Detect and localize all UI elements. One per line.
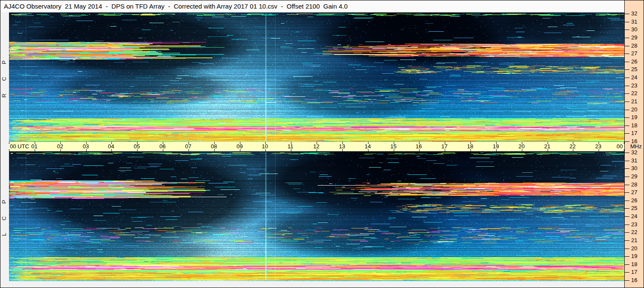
hour-label: 02 bbox=[57, 143, 63, 150]
frequency-tick bbox=[625, 168, 629, 169]
hour-label: 15 bbox=[390, 143, 396, 150]
hour-label: 18 bbox=[467, 143, 473, 150]
frequency-label: 24 bbox=[631, 74, 643, 81]
hour-label: 08 bbox=[211, 143, 217, 150]
frequency-tick bbox=[625, 69, 629, 70]
frequency-tick bbox=[625, 161, 629, 161]
frequency-label: 22 bbox=[631, 90, 643, 97]
hour-label: 01 bbox=[31, 143, 37, 150]
frequency-label: 28 bbox=[631, 181, 643, 188]
frequency-label: 27 bbox=[631, 189, 643, 196]
frequency-label: 31 bbox=[631, 18, 643, 25]
frequency-tick bbox=[625, 54, 629, 54]
frequency-label: 17 bbox=[631, 130, 643, 137]
frequency-tick bbox=[625, 46, 629, 46]
frequency-tick bbox=[625, 201, 629, 201]
frequency-label: 18 bbox=[631, 261, 643, 268]
hour-label: 13 bbox=[339, 143, 345, 150]
frequency-label: 25 bbox=[631, 205, 643, 212]
frequency-label: 21 bbox=[631, 237, 643, 244]
hour-label: 09 bbox=[237, 143, 243, 150]
time-axis: 00 UTC0102030405060708091011121314151617… bbox=[9, 142, 624, 151]
frequency-tick bbox=[625, 102, 629, 102]
frequency-tick bbox=[625, 192, 629, 193]
frequency-label: 28 bbox=[631, 42, 643, 49]
frequency-label: 26 bbox=[631, 197, 643, 204]
frequency-label: 26 bbox=[631, 58, 643, 65]
frequency-tick bbox=[625, 126, 629, 126]
frequency-label: 30 bbox=[631, 165, 643, 172]
frequency-label: 32 bbox=[631, 10, 643, 17]
frequency-tick bbox=[625, 177, 629, 177]
frequency-tick bbox=[625, 78, 629, 78]
frequency-tick bbox=[625, 110, 629, 110]
frequency-label: 27 bbox=[631, 50, 643, 57]
hour-label: 10 bbox=[262, 143, 268, 150]
frequency-tick bbox=[625, 14, 629, 14]
hour-label: 21 bbox=[544, 143, 550, 150]
frequency-label: 30 bbox=[631, 26, 643, 33]
frequency-label: 17 bbox=[631, 269, 643, 276]
hour-label: 05 bbox=[134, 143, 140, 150]
rcp-panel-label: R C P bbox=[1, 46, 9, 106]
frequency-label: 24 bbox=[631, 213, 643, 220]
hour-label: 04 bbox=[108, 143, 114, 150]
frequency-tick bbox=[625, 225, 629, 225]
hour-label: 03 bbox=[83, 143, 89, 150]
hour-label: 06 bbox=[159, 143, 165, 150]
spectrogram-window: AJ4CO Observatory 21 May 2014 - DPS on T… bbox=[0, 0, 644, 288]
lcp-spectrogram-canvas bbox=[9, 151, 624, 281]
frequency-axis-column: MHz 323130292827262524232221201918171632… bbox=[624, 0, 644, 288]
frequency-tick bbox=[625, 62, 629, 62]
frequency-tick bbox=[625, 117, 629, 118]
frequency-label: 25 bbox=[631, 66, 643, 73]
frequency-label: 23 bbox=[631, 221, 643, 228]
frequency-label: 31 bbox=[631, 157, 643, 164]
frequency-tick bbox=[625, 133, 629, 134]
rcp-spectrogram-canvas bbox=[9, 12, 624, 142]
hour-label: 14 bbox=[365, 143, 371, 150]
frequency-tick bbox=[625, 264, 629, 265]
hour-tick bbox=[9, 149, 9, 151]
frequency-label: 23 bbox=[631, 82, 643, 89]
polarization-axis-column: R C P L C P bbox=[0, 12, 9, 288]
frequency-label: 21 bbox=[631, 98, 643, 105]
hour-label: 17 bbox=[441, 143, 447, 150]
time-axis-start-label: 00 UTC bbox=[10, 143, 29, 150]
hour-label: 19 bbox=[493, 143, 499, 150]
bottom-margin bbox=[0, 281, 624, 288]
hour-label: 07 bbox=[185, 143, 191, 150]
hour-label: 22 bbox=[569, 143, 575, 150]
frequency-label: 18 bbox=[631, 122, 643, 129]
hour-label: 11 bbox=[288, 143, 294, 150]
frequency-tick bbox=[625, 208, 629, 209]
frequency-label: 20 bbox=[631, 106, 643, 113]
frequency-tick bbox=[625, 153, 629, 153]
frequency-tick bbox=[625, 216, 629, 217]
hour-label: 20 bbox=[518, 143, 524, 150]
frequency-tick bbox=[625, 86, 629, 86]
frequency-tick bbox=[625, 30, 629, 30]
frequency-tick bbox=[625, 185, 629, 185]
frequency-tick bbox=[625, 38, 629, 38]
frequency-tick bbox=[625, 272, 629, 273]
lcp-panel-label: L C P bbox=[1, 185, 9, 245]
frequency-tick bbox=[625, 141, 629, 142]
frequency-label: 32 bbox=[631, 149, 643, 156]
page-title: AJ4CO Observatory 21 May 2014 - DPS on T… bbox=[0, 0, 624, 12]
hour-label: 16 bbox=[416, 143, 422, 150]
frequency-label: 16 bbox=[631, 138, 643, 145]
frequency-tick bbox=[625, 22, 629, 22]
hour-tick bbox=[9, 142, 9, 144]
hour-label: 23 bbox=[595, 143, 601, 150]
frequency-label: 29 bbox=[631, 34, 643, 41]
frequency-label: 16 bbox=[631, 277, 643, 284]
frequency-label: 29 bbox=[631, 173, 643, 180]
frequency-tick bbox=[625, 93, 629, 94]
frequency-label: 20 bbox=[631, 245, 643, 252]
frequency-label: 22 bbox=[631, 229, 643, 236]
frequency-tick bbox=[625, 280, 629, 281]
frequency-tick bbox=[625, 232, 629, 233]
frequency-tick bbox=[625, 240, 629, 241]
frequency-label: 19 bbox=[631, 253, 643, 260]
